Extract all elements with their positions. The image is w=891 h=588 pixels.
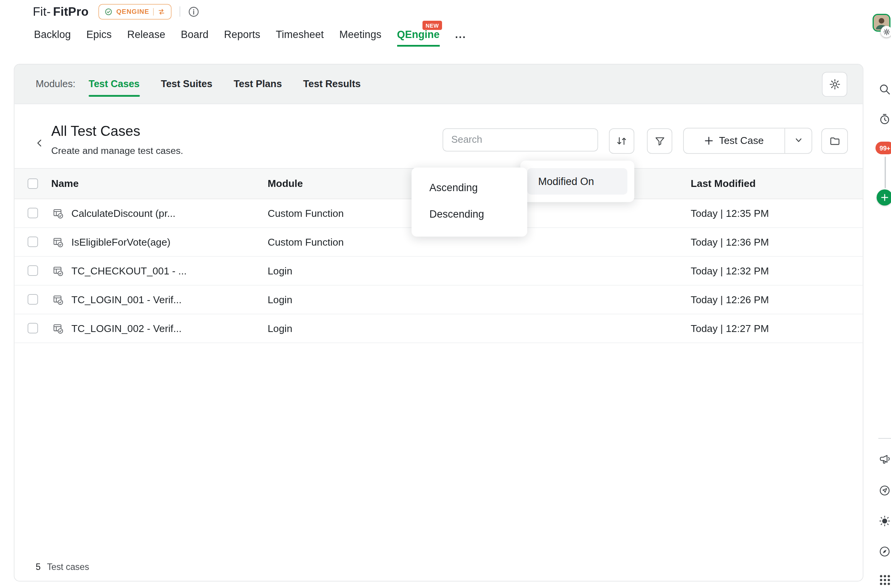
test-case-icon <box>53 323 64 337</box>
cell-test-case-name[interactable]: TC_LOGIN_002 - Verif... <box>71 322 182 335</box>
table-row[interactable]: TC_LOGIN_001 - Verif... Login Today | 12… <box>15 286 863 314</box>
timer-icon[interactable] <box>874 108 891 130</box>
row-count: 5 <box>36 562 41 572</box>
quick-add-button[interactable] <box>877 190 891 206</box>
row-checkbox[interactable] <box>28 208 38 218</box>
navigate-icon[interactable] <box>874 480 891 502</box>
add-test-case-caret[interactable] <box>785 129 812 154</box>
cell-last-modified: Today | 12:36 PM <box>691 236 769 248</box>
nav-meetings[interactable]: Meetings <box>339 29 381 47</box>
modules-bar: Modules: Test CasesTest SuitesTest Plans… <box>15 64 863 104</box>
cell-test-case-name[interactable]: CalculateDiscount (pr... <box>71 207 175 220</box>
profile-gear-icon[interactable] <box>881 26 891 38</box>
row-checkbox[interactable] <box>28 237 38 247</box>
qengine-badge-label: QENGINE <box>116 8 149 15</box>
cell-last-modified: Today | 12:26 PM <box>691 294 769 306</box>
theme-icon[interactable] <box>874 510 891 532</box>
modules-tabs: Test CasesTest SuitesTest PlansTest Resu… <box>89 78 361 90</box>
column-header-name: Name <box>51 178 79 190</box>
nav-label: Release <box>127 29 165 40</box>
cell-module: Login <box>268 322 292 335</box>
menu-item-descending[interactable]: Descending <box>412 201 528 228</box>
project-prefix: Fit- <box>33 5 51 18</box>
cell-test-case-name[interactable]: TC_LOGIN_001 - Verif... <box>71 294 182 306</box>
sort-direction-menu-items: AscendingDescending <box>412 175 528 228</box>
row-count-label: Test cases <box>47 562 89 572</box>
folder-button[interactable] <box>822 129 848 154</box>
add-test-case-button[interactable]: Test Case <box>684 129 785 154</box>
row-checkbox[interactable] <box>28 294 38 305</box>
select-all-checkbox[interactable] <box>28 178 38 189</box>
row-checkbox[interactable] <box>28 266 38 276</box>
menu-item-ascending[interactable]: Ascending <box>412 175 528 201</box>
add-test-case-split-button: Test Case <box>683 128 812 154</box>
explore-compass-icon[interactable] <box>874 541 891 563</box>
new-badge: NEW <box>422 21 442 30</box>
nav-epics[interactable]: Epics <box>86 29 112 47</box>
page-subtitle: Create and manage test cases. <box>51 145 183 156</box>
nav-label: Epics <box>86 29 112 40</box>
nav-label: Board <box>181 29 208 40</box>
cell-module: Custom Function <box>268 207 344 220</box>
table-row[interactable]: TC_LOGIN_002 - Verif... Login Today | 12… <box>15 314 863 343</box>
project-name: FitPro <box>53 5 89 18</box>
column-header-last-modified: Last Modified <box>691 178 756 190</box>
cell-last-modified: Today | 12:35 PM <box>691 207 769 220</box>
search-icon[interactable] <box>874 78 891 100</box>
nav-timesheet[interactable]: Timesheet <box>276 29 324 47</box>
nav-more-menu[interactable]: ... <box>455 29 466 47</box>
notifications-badge[interactable]: 99+ <box>876 142 891 154</box>
test-case-icon <box>53 208 64 221</box>
rail-divider <box>885 157 886 188</box>
nav-label: Timesheet <box>276 29 324 40</box>
sort-direction-menu: AscendingDescending <box>412 168 528 237</box>
cell-last-modified: Today | 12:27 PM <box>691 322 769 335</box>
tab-test-plans[interactable]: Test Plans <box>234 78 282 90</box>
announcement-icon[interactable] <box>874 448 891 470</box>
tab-test-cases[interactable]: Test Cases <box>89 78 140 90</box>
cell-test-case-name[interactable]: IsEligibleForVote(age) <box>71 236 170 248</box>
menu-item-modified-on[interactable]: Modified On <box>527 168 627 195</box>
plus-icon <box>705 137 713 145</box>
sort-button[interactable] <box>609 129 634 154</box>
cell-test-case-name[interactable]: TC_CHECKOUT_001 - ... <box>71 265 186 277</box>
nav-backlog[interactable]: Backlog <box>34 29 71 47</box>
add-test-case-label: Test Case <box>719 135 764 147</box>
app-root: Fit-FitPro QENGINE BacklogEpicsReleaseBo… <box>0 0 891 588</box>
test-case-icon <box>53 294 64 308</box>
sort-field-menu: Modified On <box>520 161 634 202</box>
nav-label: Backlog <box>34 29 71 40</box>
module-settings-button[interactable] <box>822 72 847 97</box>
table-row[interactable]: TC_CHECKOUT_001 - ... Login Today | 12:3… <box>15 257 863 286</box>
table-footer: 5 Test cases <box>36 562 89 572</box>
column-header-module: Module <box>268 178 303 190</box>
row-checkbox[interactable] <box>28 323 38 334</box>
modules-label: Modules: <box>36 78 75 90</box>
search-input[interactable] <box>443 129 598 152</box>
back-button[interactable] <box>33 137 46 149</box>
nav-qengine[interactable]: QEngineNEW <box>397 29 439 47</box>
notification-count: 99+ <box>879 145 890 152</box>
page-title: All Test Cases <box>51 123 140 139</box>
nav-reports[interactable]: Reports <box>224 29 261 47</box>
chevron-down-icon <box>795 135 802 146</box>
toolbar: All Test Cases Create and manage test ca… <box>15 104 863 168</box>
main-nav: BacklogEpicsReleaseBoardReportsTimesheet… <box>34 29 467 47</box>
apps-grid-icon[interactable] <box>874 569 891 588</box>
badge-divider <box>153 8 154 15</box>
project-header: Fit-FitPro QENGINE <box>33 3 200 20</box>
tab-test-suites[interactable]: Test Suites <box>161 78 212 90</box>
cell-last-modified: Today | 12:32 PM <box>691 265 769 277</box>
nav-label: QEngine <box>397 29 439 40</box>
test-case-icon <box>53 266 64 279</box>
header-divider <box>180 7 180 17</box>
qengine-badge[interactable]: QENGINE <box>99 4 172 20</box>
main-panel: Modules: Test CasesTest SuitesTest Plans… <box>14 64 863 582</box>
info-icon[interactable] <box>188 6 200 17</box>
filter-button[interactable] <box>647 129 672 154</box>
cell-module: Login <box>268 294 292 306</box>
nav-board[interactable]: Board <box>181 29 208 47</box>
nav-label: ... <box>455 29 466 40</box>
nav-release[interactable]: Release <box>127 29 165 47</box>
tab-test-results[interactable]: Test Results <box>303 78 361 90</box>
